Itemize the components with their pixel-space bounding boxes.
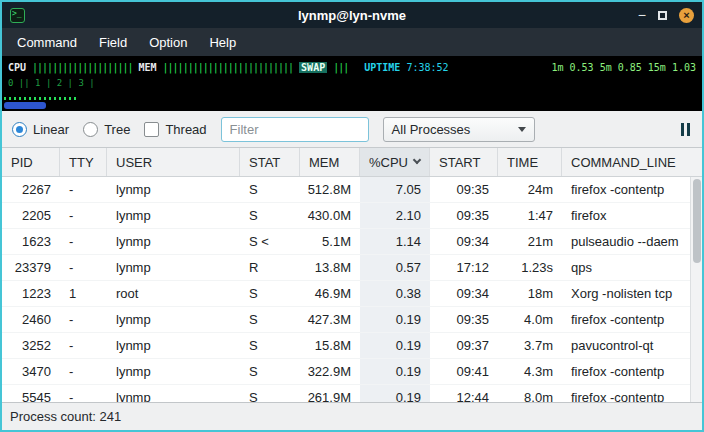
cell-time: 1:47 xyxy=(498,203,562,228)
uptime-value: 7:38:52 xyxy=(406,62,448,73)
menu-help[interactable]: Help xyxy=(198,31,247,54)
cell-user: lynmp xyxy=(107,229,240,254)
chevron-down-icon xyxy=(518,127,526,132)
cpu-meter-bar: |||||||||||||||||||| xyxy=(32,62,132,73)
column-header-command-line[interactable]: COMMAND_LINE xyxy=(562,148,702,176)
linear-radio-option[interactable]: Linear xyxy=(12,122,69,137)
cell-start: 09:35 xyxy=(430,203,498,228)
meter-line-1: CPU |||||||||||||||||||| MEM |||||||||||… xyxy=(8,60,696,75)
cell-cpu: 0.57 xyxy=(360,255,430,280)
cell-cpu: 0.19 xyxy=(360,333,430,358)
thread-checkbox-label: Thread xyxy=(165,122,206,137)
pause-icon xyxy=(687,123,690,136)
uptime-label: UPTIME xyxy=(364,62,400,73)
cell-command: firefox -contentp xyxy=(562,385,702,402)
maximize-button[interactable] xyxy=(658,11,667,20)
cell-tty: - xyxy=(60,177,107,202)
table-row[interactable]: 2205 - lynmp S 430.0M 2.10 09:35 1:47 fi… xyxy=(2,203,702,229)
menu-field[interactable]: Field xyxy=(88,31,138,54)
cell-time: 24m xyxy=(498,177,562,202)
cell-mem: 430.0M xyxy=(300,203,360,228)
cell-start: 09:34 xyxy=(430,281,498,306)
cell-tty: - xyxy=(60,307,107,332)
cell-command: firefox -contentp xyxy=(562,177,702,202)
table-row[interactable]: 2460 - lynmp S 427.3M 0.19 09:35 4.0m fi… xyxy=(2,307,702,333)
column-header-time[interactable]: TIME xyxy=(498,148,562,176)
cell-stat: S xyxy=(240,333,300,358)
cell-pid: 1623 xyxy=(2,229,60,254)
thread-checkbox-option[interactable]: Thread xyxy=(144,122,206,137)
menu-bar: Command Field Option Help xyxy=(2,28,702,56)
table-header: PID TTY USER STAT MEM %CPU START TIME CO… xyxy=(2,148,702,177)
timeline-scrollbar-thumb[interactable] xyxy=(4,102,46,109)
scrollbar-thumb[interactable] xyxy=(693,179,701,263)
table-row[interactable]: 5545 - lynmp S 261.9M 0.19 12:44 8.0m fi… xyxy=(2,385,702,402)
cell-mem: 15.8M xyxy=(300,333,360,358)
cell-pid: 1223 xyxy=(2,281,60,306)
cell-stat: S xyxy=(240,385,300,402)
column-header-cpu[interactable]: %CPU xyxy=(360,148,430,176)
mem-meter-label: MEM xyxy=(138,62,156,73)
cell-user: lynmp xyxy=(107,177,240,202)
cell-stat: S < xyxy=(240,229,300,254)
cell-tty: - xyxy=(60,203,107,228)
table-body: 2267 - lynmp S 512.8M 7.05 09:35 24m fir… xyxy=(2,177,702,402)
process-scope-select[interactable]: All Processes xyxy=(383,117,535,142)
cell-pid: 5545 xyxy=(2,385,60,402)
minimize-button[interactable]: − xyxy=(638,10,646,20)
tree-radio-option[interactable]: Tree xyxy=(83,122,130,137)
sort-descending-icon xyxy=(413,156,421,164)
column-header-stat[interactable]: STAT xyxy=(240,148,300,176)
cell-time: 4.3m xyxy=(498,359,562,384)
cell-stat: S xyxy=(240,307,300,332)
pause-button[interactable] xyxy=(679,119,692,140)
system-meter-bar: CPU |||||||||||||||||||| MEM |||||||||||… xyxy=(2,56,702,96)
menu-command[interactable]: Command xyxy=(6,31,88,54)
cell-command: Xorg -nolisten tcp xyxy=(562,281,702,306)
cell-command: pulseaudio --daem xyxy=(562,229,702,254)
close-button[interactable]: × xyxy=(679,8,694,23)
table-row[interactable]: 1223 1 root S 46.9M 0.38 09:34 18m Xorg … xyxy=(2,281,702,307)
filter-input[interactable] xyxy=(221,117,369,142)
cell-user: lynmp xyxy=(107,333,240,358)
cell-mem: 13.8M xyxy=(300,255,360,280)
radio-checked-icon xyxy=(12,122,27,137)
cell-time: 1.23s xyxy=(498,255,562,280)
cell-pid: 2267 xyxy=(2,177,60,202)
cell-stat: S xyxy=(240,203,300,228)
cell-stat: S xyxy=(240,281,300,306)
cell-user: root xyxy=(107,281,240,306)
cell-pid: 2460 xyxy=(2,307,60,332)
cell-tty: - xyxy=(60,385,107,402)
cell-time: 4.0m xyxy=(498,307,562,332)
cell-start: 17:12 xyxy=(430,255,498,280)
column-header-mem[interactable]: MEM xyxy=(300,148,360,176)
table-row[interactable]: 3252 - lynmp S 15.8M 0.19 09:37 3.7m pav… xyxy=(2,333,702,359)
table-row[interactable]: 1623 - lynmp S < 5.1M 1.14 09:34 21m pul… xyxy=(2,229,702,255)
table-row[interactable]: 23379 - lynmp R 13.8M 0.57 17:12 1.23s q… xyxy=(2,255,702,281)
cell-tty: - xyxy=(60,229,107,254)
table-row[interactable]: 2267 - lynmp S 512.8M 7.05 09:35 24m fir… xyxy=(2,177,702,203)
cell-user: lynmp xyxy=(107,385,240,402)
terminal-app-icon[interactable] xyxy=(10,8,25,23)
column-header-start[interactable]: START xyxy=(430,148,498,176)
column-header-user[interactable]: USER xyxy=(107,148,240,176)
cell-start: 09:41 xyxy=(430,359,498,384)
cell-cpu: 0.19 xyxy=(360,359,430,384)
vertical-scrollbar[interactable] xyxy=(690,177,702,402)
window-title: lynmp@lyn-nvme xyxy=(2,8,702,23)
checkbox-unchecked-icon xyxy=(144,122,159,137)
cell-tty: - xyxy=(60,255,107,280)
menu-option[interactable]: Option xyxy=(138,31,198,54)
column-header-pid[interactable]: PID xyxy=(2,148,60,176)
cell-user: lynmp xyxy=(107,255,240,280)
cell-tty: 1 xyxy=(60,281,107,306)
cell-start: 09:35 xyxy=(430,177,498,202)
column-header-tty[interactable]: TTY xyxy=(60,148,107,176)
cell-command: firefox -contentp xyxy=(562,359,702,384)
status-bar: Process count: 241 xyxy=(2,402,702,430)
radio-unchecked-icon xyxy=(83,122,98,137)
cell-cpu: 7.05 xyxy=(360,177,430,202)
cell-command: firefox xyxy=(562,203,702,228)
table-row[interactable]: 3470 - lynmp S 322.9M 0.19 09:41 4.3m fi… xyxy=(2,359,702,385)
